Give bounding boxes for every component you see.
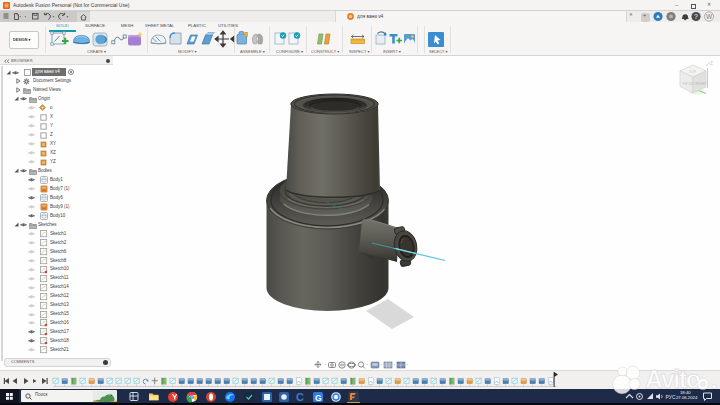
svg-text:RIGHT: RIGHT — [696, 82, 708, 86]
svg-text:?: ? — [694, 13, 698, 20]
svg-text:FRONT: FRONT — [683, 82, 696, 86]
svg-text:Avito: Avito — [645, 365, 701, 393]
svg-text:W: W — [706, 13, 713, 20]
svg-text:TOP: TOP — [689, 70, 697, 74]
svg-text:C: C — [296, 391, 304, 403]
svg-text:Z: Z — [710, 61, 713, 66]
svg-text:G: G — [315, 392, 322, 402]
